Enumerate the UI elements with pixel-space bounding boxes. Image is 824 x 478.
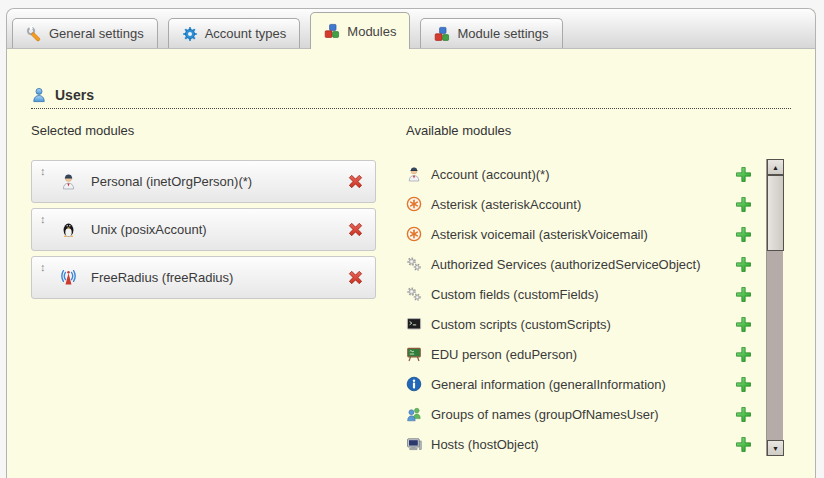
- available-module-label: Authorized Services (authorizedServiceOb…: [431, 257, 701, 272]
- tab-label: Account types: [205, 26, 287, 41]
- person-icon: [406, 166, 422, 182]
- add-icon: [735, 286, 752, 303]
- drag-handle-icon[interactable]: ↕: [40, 261, 54, 273]
- available-module-label: Account (account)(*): [431, 167, 550, 182]
- add-icon: [735, 406, 752, 423]
- add-module-button[interactable]: [734, 225, 752, 243]
- add-icon: [735, 316, 752, 333]
- tab-modules[interactable]: Modules: [310, 12, 410, 49]
- selected-module-row-unix: ↕ Unix (posixAccount): [31, 208, 376, 251]
- terminal-icon: [406, 316, 422, 332]
- available-modules-column: Available modules Account (account)(*): [406, 123, 783, 459]
- add-module-button[interactable]: [734, 165, 752, 183]
- modules-columns: Selected modules ↕ Personal (inetOrgPers…: [31, 123, 791, 459]
- available-modules-scrollbar[interactable]: [766, 159, 783, 456]
- delete-icon: [347, 173, 364, 190]
- modules-tab-content: Users Selected modules ↕ Personal (inetO…: [7, 87, 815, 459]
- available-module-row-asterisk-voicemail: Asterisk voicemail (asteriskVoicemail): [406, 219, 752, 249]
- add-icon: [735, 436, 752, 453]
- available-module-row-custom-fields: Custom fields (customFields): [406, 279, 752, 309]
- chalkboard-icon: [406, 346, 422, 362]
- info-icon: [406, 376, 422, 392]
- selected-modules-label: Selected modules: [31, 123, 376, 138]
- selected-module-label: FreeRadius (freeRadius): [91, 270, 233, 285]
- available-module-row-groups-of-names: Groups of names (groupOfNamesUser): [406, 399, 752, 429]
- drag-handle-icon[interactable]: ↕: [40, 213, 54, 225]
- add-icon: [735, 166, 752, 183]
- available-module-row-asterisk: Asterisk (asteriskAccount): [406, 189, 752, 219]
- available-module-label: General information (generalInformation): [431, 377, 666, 392]
- person-icon: [60, 173, 77, 190]
- add-icon: [735, 196, 752, 213]
- add-icon: [735, 256, 752, 273]
- computer-icon: [406, 436, 422, 452]
- available-module-label: EDU person (eduPerson): [431, 347, 577, 362]
- available-module-label: Asterisk voicemail (asteriskVoicemail): [431, 227, 648, 242]
- available-module-label: Custom fields (customFields): [431, 287, 599, 302]
- settings-panel: General settings Account types Modules M…: [6, 8, 816, 478]
- wrench-icon: [26, 26, 42, 42]
- add-module-button[interactable]: [734, 315, 752, 333]
- selected-module-row-freeradius: ↕ FreeRadius (freeRadius): [31, 256, 376, 299]
- add-module-button[interactable]: [734, 405, 752, 423]
- gears-icon: [406, 286, 422, 302]
- available-module-row-general-information: General information (generalInformation): [406, 369, 752, 399]
- tab-account-types[interactable]: Account types: [168, 18, 301, 48]
- section-title: Users: [55, 87, 94, 103]
- tab-general-settings[interactable]: General settings: [12, 18, 158, 48]
- add-icon: [735, 376, 752, 393]
- modules-cubes-icon: [324, 23, 340, 39]
- available-module-row-authorized-services: Authorized Services (authorizedServiceOb…: [406, 249, 752, 279]
- user-icon: [31, 87, 47, 103]
- available-module-label: Hosts (hostObject): [431, 437, 539, 452]
- add-module-button[interactable]: [734, 285, 752, 303]
- tab-label: Modules: [347, 24, 396, 39]
- add-module-button[interactable]: [734, 345, 752, 363]
- asterisk-icon: [406, 226, 422, 242]
- users-section-header: Users: [31, 87, 791, 109]
- scrollbar-thumb[interactable]: [767, 175, 784, 251]
- remove-module-button[interactable]: [346, 269, 364, 287]
- delete-icon: [347, 221, 364, 238]
- tab-module-settings[interactable]: Module settings: [420, 18, 562, 48]
- available-module-row-account: Account (account)(*): [406, 159, 752, 189]
- tab-label: Module settings: [457, 26, 548, 41]
- available-modules-list: Account (account)(*) Asterisk (asteriskA…: [406, 159, 752, 459]
- add-module-button[interactable]: [734, 435, 752, 453]
- modules-cubes-icon: [434, 26, 450, 42]
- add-module-button[interactable]: [734, 255, 752, 273]
- add-icon: [735, 226, 752, 243]
- radio-antenna-icon: [60, 269, 77, 286]
- add-module-button[interactable]: [734, 195, 752, 213]
- selected-modules-list: ↕ Personal (inetOrgPerson)(*) ↕ Unix (po…: [31, 160, 376, 299]
- available-modules-label: Available modules: [406, 123, 783, 138]
- add-module-button[interactable]: [734, 375, 752, 393]
- group-icon: [406, 406, 422, 422]
- scroll-up-button[interactable]: [767, 159, 784, 175]
- available-module-row-custom-scripts: Custom scripts (customScripts): [406, 309, 752, 339]
- delete-icon: [347, 269, 364, 286]
- tab-label: General settings: [49, 26, 144, 41]
- available-modules-panel: Account (account)(*) Asterisk (asteriskA…: [406, 159, 783, 459]
- asterisk-icon: [406, 196, 422, 212]
- selected-module-row-personal: ↕ Personal (inetOrgPerson)(*): [31, 160, 376, 203]
- tab-bar: General settings Account types Modules M…: [7, 9, 815, 49]
- selected-module-label: Unix (posixAccount): [91, 222, 207, 237]
- remove-module-button[interactable]: [346, 221, 364, 239]
- gears-icon: [406, 256, 422, 272]
- available-module-label: Groups of names (groupOfNamesUser): [431, 407, 659, 422]
- account-types-gear-icon: [182, 26, 198, 42]
- selected-modules-column: Selected modules ↕ Personal (inetOrgPers…: [31, 123, 376, 459]
- drag-handle-icon[interactable]: ↕: [40, 165, 54, 177]
- add-icon: [735, 346, 752, 363]
- tux-penguin-icon: [60, 221, 77, 238]
- available-module-row-edu-person: EDU person (eduPerson): [406, 339, 752, 369]
- available-module-label: Asterisk (asteriskAccount): [431, 197, 581, 212]
- scroll-down-button[interactable]: [767, 440, 784, 456]
- available-module-label: Custom scripts (customScripts): [431, 317, 611, 332]
- selected-module-label: Personal (inetOrgPerson)(*): [91, 174, 252, 189]
- remove-module-button[interactable]: [346, 173, 364, 191]
- available-module-row-hosts: Hosts (hostObject): [406, 429, 752, 459]
